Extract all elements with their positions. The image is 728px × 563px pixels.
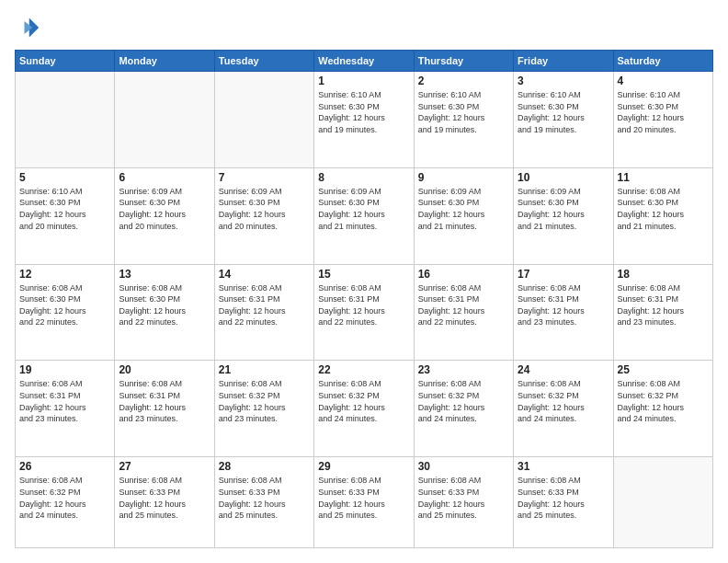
day-cell: 19Sunrise: 6:08 AM Sunset: 6:31 PM Dayli… [16, 361, 115, 457]
day-cell [613, 457, 712, 548]
day-cell: 25Sunrise: 6:08 AM Sunset: 6:32 PM Dayli… [613, 361, 712, 457]
day-number: 15 [318, 268, 409, 281]
day-info: Sunrise: 6:09 AM Sunset: 6:30 PM Dayligh… [219, 186, 310, 232]
day-info: Sunrise: 6:09 AM Sunset: 6:30 PM Dayligh… [119, 186, 210, 232]
day-number: 5 [19, 171, 110, 184]
day-info: Sunrise: 6:10 AM Sunset: 6:30 PM Dayligh… [418, 89, 509, 135]
day-number: 18 [618, 268, 709, 281]
day-number: 2 [418, 75, 509, 87]
day-number: 22 [318, 363, 409, 376]
day-cell: 20Sunrise: 6:08 AM Sunset: 6:31 PM Dayli… [115, 361, 214, 457]
day-info: Sunrise: 6:08 AM Sunset: 6:31 PM Dayligh… [119, 378, 210, 424]
day-cell: 4Sunrise: 6:10 AM Sunset: 6:30 PM Daylig… [613, 72, 712, 168]
day-cell: 12Sunrise: 6:08 AM Sunset: 6:30 PM Dayli… [16, 264, 115, 361]
day-info: Sunrise: 6:10 AM Sunset: 6:30 PM Dayligh… [518, 89, 609, 135]
week-row: 26Sunrise: 6:08 AM Sunset: 6:32 PM Dayli… [16, 457, 713, 548]
day-cell: 2Sunrise: 6:10 AM Sunset: 6:30 PM Daylig… [414, 72, 513, 168]
day-cell: 1Sunrise: 6:10 AM Sunset: 6:30 PM Daylig… [314, 72, 414, 168]
day-info: Sunrise: 6:08 AM Sunset: 6:32 PM Dayligh… [418, 378, 509, 424]
day-info: Sunrise: 6:08 AM Sunset: 6:30 PM Dayligh… [119, 282, 210, 328]
weekday-header: Sunday [16, 51, 115, 72]
day-cell [16, 72, 115, 168]
day-cell: 6Sunrise: 6:09 AM Sunset: 6:30 PM Daylig… [115, 167, 214, 264]
week-row: 1Sunrise: 6:10 AM Sunset: 6:30 PM Daylig… [16, 72, 713, 168]
day-cell: 13Sunrise: 6:08 AM Sunset: 6:30 PM Dayli… [115, 264, 214, 361]
weekday-header: Wednesday [314, 51, 414, 72]
day-cell: 5Sunrise: 6:10 AM Sunset: 6:30 PM Daylig… [16, 167, 115, 264]
page: SundayMondayTuesdayWednesdayThursdayFrid… [0, 0, 728, 563]
day-number: 10 [518, 171, 609, 184]
day-info: Sunrise: 6:08 AM Sunset: 6:32 PM Dayligh… [19, 475, 110, 521]
day-info: Sunrise: 6:08 AM Sunset: 6:32 PM Dayligh… [219, 378, 310, 424]
day-cell: 30Sunrise: 6:08 AM Sunset: 6:33 PM Dayli… [414, 457, 513, 548]
day-number: 14 [219, 268, 310, 281]
day-number: 31 [518, 460, 609, 473]
day-cell: 7Sunrise: 6:09 AM Sunset: 6:30 PM Daylig… [214, 167, 313, 264]
day-number: 1 [318, 75, 409, 87]
day-number: 9 [418, 171, 509, 184]
weekday-header: Saturday [613, 51, 712, 72]
weekday-header-row: SundayMondayTuesdayWednesdayThursdayFrid… [16, 51, 713, 72]
day-info: Sunrise: 6:08 AM Sunset: 6:31 PM Dayligh… [318, 282, 409, 328]
day-number: 11 [618, 171, 709, 184]
day-cell: 29Sunrise: 6:08 AM Sunset: 6:33 PM Dayli… [314, 457, 414, 548]
day-info: Sunrise: 6:08 AM Sunset: 6:31 PM Dayligh… [618, 282, 709, 328]
day-number: 25 [618, 363, 709, 376]
day-info: Sunrise: 6:08 AM Sunset: 6:33 PM Dayligh… [219, 475, 310, 521]
day-cell: 14Sunrise: 6:08 AM Sunset: 6:31 PM Dayli… [214, 264, 313, 361]
header [15, 15, 713, 40]
day-cell: 28Sunrise: 6:08 AM Sunset: 6:33 PM Dayli… [214, 457, 313, 548]
day-info: Sunrise: 6:09 AM Sunset: 6:30 PM Dayligh… [518, 186, 609, 232]
calendar: SundayMondayTuesdayWednesdayThursdayFrid… [15, 50, 713, 548]
day-cell [214, 72, 313, 168]
day-number: 28 [219, 460, 310, 473]
day-info: Sunrise: 6:10 AM Sunset: 6:30 PM Dayligh… [318, 89, 409, 135]
day-info: Sunrise: 6:08 AM Sunset: 6:31 PM Dayligh… [518, 282, 609, 328]
day-number: 17 [518, 268, 609, 281]
day-info: Sunrise: 6:09 AM Sunset: 6:30 PM Dayligh… [418, 186, 509, 232]
day-number: 4 [618, 75, 709, 87]
day-info: Sunrise: 6:10 AM Sunset: 6:30 PM Dayligh… [19, 186, 110, 232]
day-cell: 8Sunrise: 6:09 AM Sunset: 6:30 PM Daylig… [314, 167, 414, 264]
day-info: Sunrise: 6:08 AM Sunset: 6:31 PM Dayligh… [418, 282, 509, 328]
day-info: Sunrise: 6:08 AM Sunset: 6:33 PM Dayligh… [518, 475, 609, 521]
day-cell: 21Sunrise: 6:08 AM Sunset: 6:32 PM Dayli… [214, 361, 313, 457]
week-row: 19Sunrise: 6:08 AM Sunset: 6:31 PM Dayli… [16, 361, 713, 457]
day-cell: 18Sunrise: 6:08 AM Sunset: 6:31 PM Dayli… [613, 264, 712, 361]
day-info: Sunrise: 6:08 AM Sunset: 6:31 PM Dayligh… [19, 378, 110, 424]
day-number: 21 [219, 363, 310, 376]
day-number: 3 [518, 75, 609, 87]
day-number: 7 [219, 171, 310, 184]
weekday-header: Thursday [414, 51, 513, 72]
day-info: Sunrise: 6:08 AM Sunset: 6:33 PM Dayligh… [418, 475, 509, 521]
day-info: Sunrise: 6:08 AM Sunset: 6:32 PM Dayligh… [318, 378, 409, 424]
day-number: 29 [318, 460, 409, 473]
week-row: 12Sunrise: 6:08 AM Sunset: 6:30 PM Dayli… [16, 264, 713, 361]
day-number: 13 [119, 268, 210, 281]
day-number: 20 [119, 363, 210, 376]
day-cell: 3Sunrise: 6:10 AM Sunset: 6:30 PM Daylig… [514, 72, 613, 168]
day-info: Sunrise: 6:08 AM Sunset: 6:31 PM Dayligh… [219, 282, 310, 328]
logo-icon [15, 15, 40, 40]
day-info: Sunrise: 6:10 AM Sunset: 6:30 PM Dayligh… [618, 89, 709, 135]
day-cell: 17Sunrise: 6:08 AM Sunset: 6:31 PM Dayli… [514, 264, 613, 361]
day-info: Sunrise: 6:08 AM Sunset: 6:33 PM Dayligh… [318, 475, 409, 521]
day-info: Sunrise: 6:08 AM Sunset: 6:30 PM Dayligh… [19, 282, 110, 328]
day-cell: 11Sunrise: 6:08 AM Sunset: 6:30 PM Dayli… [613, 167, 712, 264]
day-cell: 27Sunrise: 6:08 AM Sunset: 6:33 PM Dayli… [115, 457, 214, 548]
weekday-header: Monday [115, 51, 214, 72]
day-info: Sunrise: 6:08 AM Sunset: 6:32 PM Dayligh… [618, 378, 709, 424]
day-info: Sunrise: 6:08 AM Sunset: 6:32 PM Dayligh… [518, 378, 609, 424]
day-number: 23 [418, 363, 509, 376]
day-number: 26 [19, 460, 110, 473]
day-cell: 16Sunrise: 6:08 AM Sunset: 6:31 PM Dayli… [414, 264, 513, 361]
day-number: 12 [19, 268, 110, 281]
day-info: Sunrise: 6:08 AM Sunset: 6:33 PM Dayligh… [119, 475, 210, 521]
day-cell [115, 72, 214, 168]
day-cell: 22Sunrise: 6:08 AM Sunset: 6:32 PM Dayli… [314, 361, 414, 457]
weekday-header: Friday [514, 51, 613, 72]
day-number: 6 [119, 171, 210, 184]
day-number: 24 [518, 363, 609, 376]
day-info: Sunrise: 6:08 AM Sunset: 6:30 PM Dayligh… [618, 186, 709, 232]
day-cell: 15Sunrise: 6:08 AM Sunset: 6:31 PM Dayli… [314, 264, 414, 361]
